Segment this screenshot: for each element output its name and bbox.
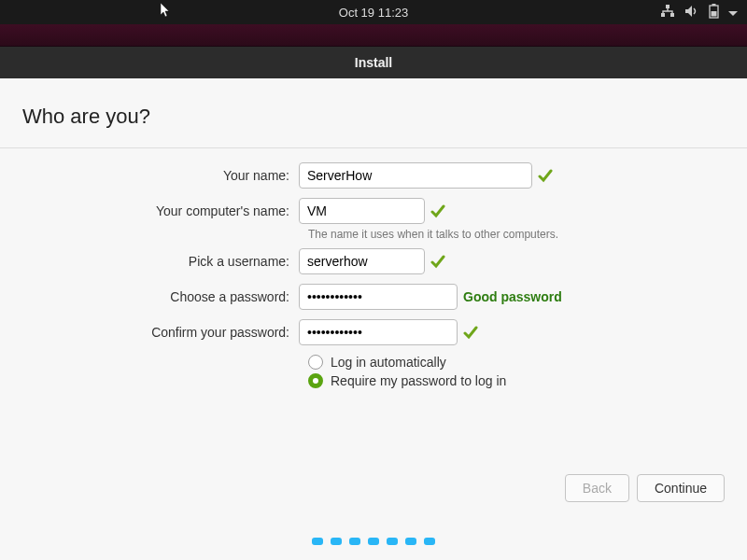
user-form: Your name: Your computer's name: The nam… — [22, 162, 725, 388]
network-icon[interactable] — [660, 5, 675, 21]
row-username: Pick a username: — [22, 248, 725, 274]
username-input[interactable] — [299, 248, 425, 274]
confirm-password-input[interactable] — [299, 319, 458, 345]
progress-dot — [424, 538, 435, 545]
volume-icon[interactable] — [684, 5, 699, 21]
battery-icon[interactable] — [709, 4, 719, 21]
row-computer: Your computer's name: — [22, 198, 725, 224]
progress-dots — [0, 538, 747, 545]
password-input[interactable] — [299, 284, 458, 310]
label-computer: Your computer's name: — [22, 203, 299, 218]
check-icon — [538, 168, 553, 183]
svg-rect-2 — [670, 13, 674, 17]
window-titlebar: Install — [0, 47, 747, 78]
progress-dot — [387, 538, 398, 545]
continue-button[interactable]: Continue — [637, 474, 725, 502]
check-icon — [463, 325, 478, 340]
radio-icon — [308, 355, 323, 370]
computer-name-hint: The name it uses when it talks to other … — [308, 228, 725, 241]
page-title: Who are you? — [22, 105, 725, 129]
label-password: Choose a password: — [22, 289, 299, 304]
radio-auto-login[interactable]: Log in automatically — [308, 355, 725, 370]
password-strength: Good password — [463, 289, 562, 304]
login-options: Log in automatically Require my password… — [308, 355, 725, 388]
chevron-down-icon[interactable] — [728, 6, 738, 20]
name-input[interactable] — [299, 162, 532, 189]
top-bar: Oct 19 11:23 — [0, 0, 747, 24]
clock: Oct 19 11:23 — [339, 6, 408, 20]
desktop-background-strip — [0, 24, 747, 47]
row-password: Choose a password: Good password — [22, 284, 725, 310]
row-name: Your name: — [22, 162, 725, 189]
radio-auto-label: Log in automatically — [331, 355, 446, 370]
label-username: Pick a username: — [22, 254, 299, 269]
button-bar: Back Continue — [565, 474, 725, 502]
radio-require-label: Require my password to log in — [331, 373, 506, 388]
check-icon — [430, 203, 445, 218]
svg-rect-0 — [666, 5, 669, 8]
progress-dot — [312, 538, 323, 545]
label-name: Your name: — [22, 168, 299, 183]
svg-rect-1 — [661, 13, 665, 17]
progress-dot — [331, 538, 342, 545]
progress-dot — [349, 538, 360, 545]
back-button[interactable]: Back — [565, 474, 629, 502]
system-tray — [660, 4, 738, 21]
progress-dot — [405, 538, 416, 545]
installer-content: Who are you? Your name: Your computer's … — [0, 78, 747, 560]
cursor-icon — [161, 3, 172, 21]
divider — [0, 147, 747, 148]
computer-name-input[interactable] — [299, 198, 425, 224]
check-icon — [430, 254, 445, 269]
label-confirm: Confirm your password: — [22, 325, 299, 340]
row-confirm: Confirm your password: — [22, 319, 725, 345]
window-title: Install — [355, 55, 392, 70]
radio-require-password[interactable]: Require my password to log in — [308, 373, 725, 388]
svg-rect-5 — [712, 11, 717, 17]
radio-selected-icon — [308, 373, 323, 388]
progress-dot — [368, 538, 379, 545]
